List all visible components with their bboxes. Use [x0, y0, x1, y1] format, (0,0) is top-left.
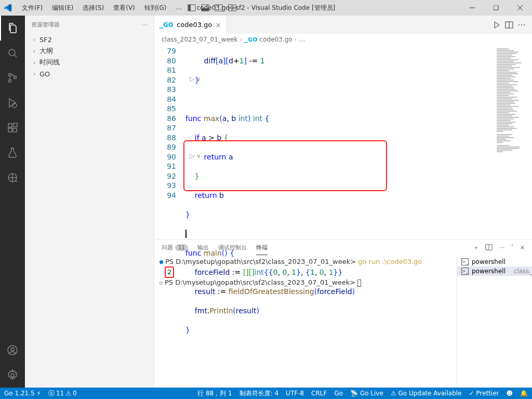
main: 资源管理器 ⋯ ›SF2 ›大纲 ›时间线 ›GO ⎯GO code03.go …: [0, 16, 532, 388]
status-bell-icon[interactable]: 🔔: [520, 390, 528, 397]
split-terminal-icon[interactable]: [485, 244, 493, 251]
activity-bar: [0, 16, 25, 388]
breadcrumb[interactable]: class_2023_07_01_week› ⎯GO code03.go› …: [154, 34, 532, 45]
menu-select[interactable]: 选择(S): [78, 2, 108, 15]
explorer-icon[interactable]: [0, 16, 25, 41]
window-title: code03.go - sf2 - Visual Studio Code [管理…: [197, 4, 336, 12]
menubar: 文件(F) 编辑(E) 选择(S) 查看(V) 转到(G) …: [18, 2, 186, 15]
maximize-button[interactable]: [484, 0, 508, 16]
svg-point-25: [11, 348, 14, 351]
status-problems[interactable]: ⓧ 11 ⚠ 0: [48, 389, 77, 398]
tree-item-outline[interactable]: ›大纲: [25, 45, 154, 57]
code-lens-icon[interactable]: ▷ ∨: [190, 151, 201, 161]
panel-tab-output[interactable]: 输出: [197, 244, 209, 251]
panel-tab-debug[interactable]: 调试控制台: [218, 244, 247, 251]
panel-tab-terminal[interactable]: 终端: [256, 244, 268, 251]
svg-point-13: [9, 49, 15, 56]
editor-tabs: ⎯GO code03.go × ⋯: [154, 16, 532, 34]
sidebar-header: 资源管理器 ⋯: [25, 16, 154, 34]
svg-rect-19: [8, 124, 12, 127]
editor-more-icon[interactable]: ⋯: [517, 20, 526, 30]
code-lens-icon[interactable]: ▷ ∨: [190, 74, 201, 84]
layout-panel-left-icon[interactable]: [186, 2, 197, 14]
svg-line-14: [15, 55, 17, 58]
explorer-tree: ›SF2 ›大纲 ›时间线 ›GO: [25, 34, 154, 79]
svg-point-15: [9, 74, 11, 76]
menu-edit[interactable]: 编辑(E): [48, 2, 77, 15]
sidebar-ellipsis-icon[interactable]: ⋯: [142, 21, 148, 28]
tree-item-timeline[interactable]: ›时间线: [25, 57, 154, 68]
svg-point-26: [11, 374, 14, 377]
tab-close-icon[interactable]: ×: [215, 21, 221, 29]
vscode-icon: [0, 4, 16, 12]
menu-view[interactable]: 查看(V): [109, 2, 139, 15]
remote-explorer-icon[interactable]: [0, 165, 25, 190]
menu-goto[interactable]: 转到(G): [140, 2, 171, 15]
search-icon[interactable]: [0, 41, 25, 65]
extensions-icon[interactable]: [0, 115, 25, 140]
svg-rect-10: [494, 5, 498, 10]
menu-more[interactable]: …: [171, 2, 186, 15]
editor-column: ⎯GO code03.go × ⋯ class_2023_07_01_week›…: [154, 16, 532, 388]
svg-rect-21: [13, 128, 17, 132]
close-button[interactable]: [508, 0, 532, 16]
svg-rect-1: [188, 5, 191, 11]
tree-item-sf2[interactable]: ›SF2: [25, 34, 154, 45]
panel-ellipsis-icon[interactable]: ⋯: [499, 244, 504, 251]
source-control-icon[interactable]: [0, 65, 25, 90]
svg-rect-20: [8, 128, 12, 132]
settings-gear-icon[interactable]: [0, 363, 25, 388]
tab-code03[interactable]: ⎯GO code03.go ×: [154, 16, 227, 34]
highlight-box: [183, 140, 387, 191]
accounts-icon[interactable]: [0, 338, 25, 363]
svg-point-16: [9, 80, 11, 83]
chevron-right-icon: ›: [31, 60, 37, 65]
run-debug-icon[interactable]: [0, 90, 25, 115]
chevron-right-icon: ›: [31, 48, 37, 54]
go-file-icon: ⎯GO: [244, 36, 257, 43]
go-file-icon: ⎯GO: [159, 21, 174, 29]
minimize-button[interactable]: [460, 0, 484, 16]
terminal[interactable]: PS D:\mysetup\gopath\src\sf2\class_2023_…: [154, 255, 457, 388]
line-gutter: 79808182838485868788899091929394: [154, 45, 185, 239]
titlebar: 文件(F) 编辑(E) 选择(S) 查看(V) 转到(G) … code03.g…: [0, 0, 532, 16]
panel-tab-problems[interactable]: 问题11: [162, 244, 188, 251]
panel-maximize-icon[interactable]: ˆ: [511, 244, 514, 251]
tab-label: code03.go: [177, 21, 212, 29]
chevron-right-icon: ›: [31, 37, 37, 43]
panel-close-icon[interactable]: ×: [520, 244, 525, 251]
tree-item-go[interactable]: ›GO: [25, 68, 154, 79]
minimap[interactable]: [482, 45, 532, 239]
code-area[interactable]: diff[a][d+1] -= 1 } func max(a, b int) i…: [185, 45, 482, 239]
chevron-right-icon: ›: [31, 71, 37, 77]
highlight-box: 2: [165, 267, 174, 278]
svg-point-17: [14, 76, 17, 79]
split-editor-icon[interactable]: [505, 21, 513, 29]
editor-body[interactable]: 79808182838485868788899091929394 diff[a]…: [154, 45, 532, 239]
status-feedback-icon[interactable]: ☻: [506, 390, 513, 397]
sidebar: 资源管理器 ⋯ ›SF2 ›大纲 ›时间线 ›GO: [25, 16, 154, 388]
svg-rect-22: [14, 123, 17, 127]
testing-icon[interactable]: [0, 140, 25, 165]
status-go-version[interactable]: Go 1.21.5 ⚡: [4, 390, 41, 397]
menu-file[interactable]: 文件(F): [18, 2, 47, 15]
run-icon[interactable]: [493, 21, 501, 29]
